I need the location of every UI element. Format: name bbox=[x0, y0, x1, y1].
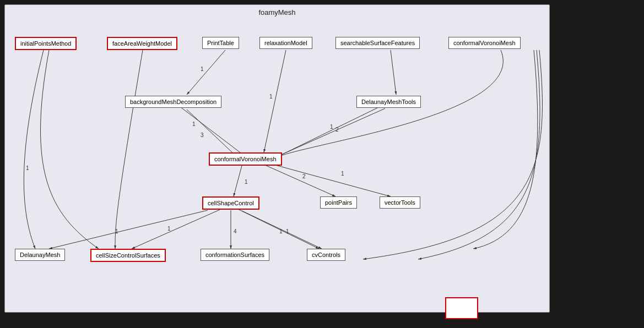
node-conformalVoronoiMesh-mid: conformalVoronoiMesh bbox=[209, 152, 282, 166]
svg-text:1: 1 bbox=[330, 124, 333, 130]
svg-line-13 bbox=[234, 166, 242, 196]
diagram-area: foamyMesh 1 3 1 1 1 bbox=[4, 4, 550, 313]
node-PrintTable: PrintTable bbox=[202, 37, 239, 49]
svg-text:1: 1 bbox=[167, 226, 171, 232]
node-relaxationModel: relaxationModel bbox=[259, 37, 312, 49]
svg-text:1: 1 bbox=[269, 94, 273, 100]
svg-text:1: 1 bbox=[341, 171, 344, 177]
svg-line-19 bbox=[132, 210, 220, 249]
node-DelaunayMesh: DelaunayMesh bbox=[15, 249, 65, 261]
node-faceAreaWeightModel: faceAreaWeightModel bbox=[107, 37, 177, 50]
svg-line-7 bbox=[264, 50, 286, 152]
svg-line-11 bbox=[278, 108, 385, 156]
svg-text:1: 1 bbox=[192, 121, 196, 127]
node-DelaunayMeshTools: DelaunayMeshTools bbox=[356, 96, 421, 108]
main-container: foamyMesh 1 3 1 1 1 bbox=[0, 0, 644, 328]
svg-line-30 bbox=[391, 50, 396, 95]
red-box-bottom bbox=[445, 297, 478, 319]
svg-text:3: 3 bbox=[201, 132, 204, 138]
svg-line-17 bbox=[269, 163, 391, 196]
svg-line-9 bbox=[275, 107, 380, 158]
diagram-title: foamyMesh bbox=[5, 5, 549, 19]
svg-line-3 bbox=[187, 110, 236, 156]
node-cellSizeControlSurfaces: cellSizeControlSurfaces bbox=[90, 249, 166, 262]
node-cellShapeControl: cellShapeControl bbox=[202, 196, 259, 210]
node-searchableSurfaceFeatures: searchableSurfaceFeatures bbox=[335, 37, 420, 49]
svg-text:1: 1 bbox=[26, 165, 29, 171]
node-vectorTools: vectorTools bbox=[380, 196, 420, 209]
svg-text:1: 1 bbox=[115, 228, 118, 234]
node-conformalVoronoiMesh-top: conformalVoronoiMesh bbox=[448, 37, 521, 49]
svg-line-23 bbox=[239, 210, 319, 249]
svg-line-25 bbox=[242, 211, 322, 249]
node-conformationSurfaces: conformationSurfaces bbox=[201, 249, 269, 261]
svg-line-5 bbox=[187, 50, 225, 95]
node-cvControls: cvControls bbox=[307, 249, 345, 261]
svg-text:1: 1 bbox=[279, 228, 283, 234]
svg-text:1: 1 bbox=[286, 228, 289, 234]
svg-text:4: 4 bbox=[234, 228, 237, 234]
svg-line-1 bbox=[180, 107, 247, 158]
svg-text:1: 1 bbox=[201, 66, 204, 72]
node-backgroundMeshDecomposition: backgroundMeshDecomposition bbox=[125, 96, 221, 108]
node-initialPointsMethod: initialPointsMethod bbox=[15, 37, 77, 50]
svg-text:1: 1 bbox=[245, 179, 248, 185]
svg-text:2: 2 bbox=[302, 173, 306, 179]
svg-line-15 bbox=[264, 165, 335, 196]
svg-text:2: 2 bbox=[335, 127, 339, 133]
svg-line-27 bbox=[49, 210, 208, 249]
node-pointPairs: pointPairs bbox=[320, 196, 357, 209]
